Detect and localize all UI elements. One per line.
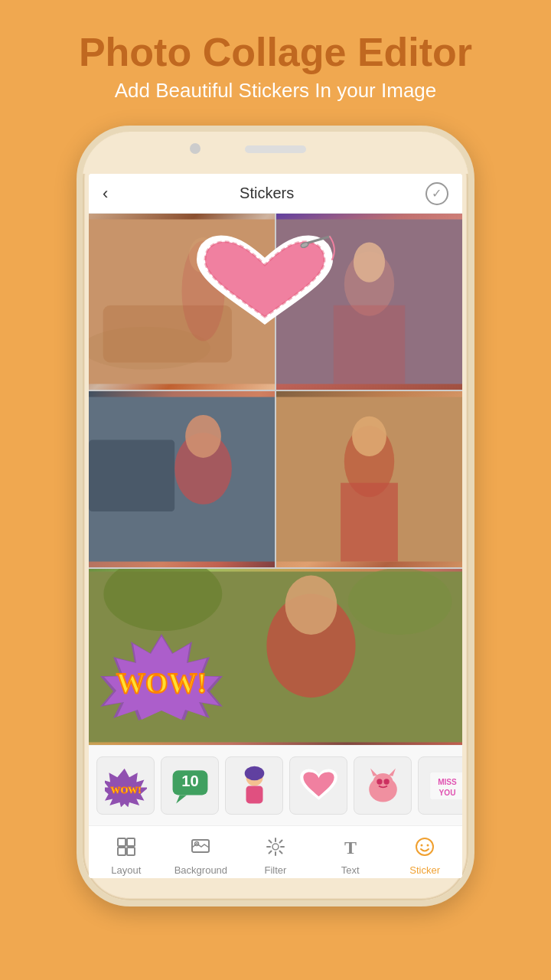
svg-point-24 [348, 569, 452, 635]
svg-rect-9 [334, 305, 405, 384]
bottom-nav: Layout Background [89, 825, 462, 878]
svg-rect-50 [127, 848, 135, 855]
nav-item-filter[interactable]: Filter [245, 837, 306, 876]
phone-volume-up-btn [77, 285, 81, 323]
svg-point-42 [377, 779, 382, 784]
sticker-thumb-wow[interactable]: WOW! [96, 756, 155, 815]
phone-power-btn [470, 323, 474, 377]
phone-wrapper: ‹ Stickers ✓ [0, 126, 551, 906]
collage-area: WOW! WOW! [89, 214, 462, 878]
screen-title: Stickers [240, 185, 294, 202]
svg-point-53 [272, 844, 279, 850]
sticker-thumb-cat[interactable] [354, 756, 412, 815]
phone-screen: ‹ Stickers ✓ [89, 174, 462, 878]
nav-item-layout[interactable]: Layout [96, 837, 157, 876]
sticker-icon [415, 837, 435, 861]
sticker-thumb-girl[interactable] [225, 756, 283, 815]
svg-line-58 [269, 841, 271, 843]
svg-marker-40 [370, 768, 377, 776]
svg-text:10: 10 [181, 772, 198, 789]
svg-point-22 [285, 576, 337, 635]
svg-point-18 [352, 416, 386, 456]
nav-item-sticker[interactable]: Sticker [394, 837, 455, 876]
svg-text:WOW!: WOW! [110, 784, 141, 795]
svg-line-60 [279, 841, 282, 843]
svg-point-63 [416, 838, 433, 855]
sticker-thumb-heart-sew[interactable] [289, 756, 347, 815]
svg-point-43 [383, 779, 389, 784]
svg-point-10 [354, 243, 385, 283]
layout-icon [116, 837, 136, 861]
svg-point-14 [185, 415, 221, 458]
phone-top [83, 132, 468, 174]
svg-rect-49 [118, 848, 126, 855]
filter-label: Filter [265, 864, 287, 876]
sticker-label: Sticker [409, 864, 440, 876]
svg-rect-48 [127, 838, 135, 846]
svg-rect-17 [341, 483, 398, 562]
svg-text:WOW!: WOW! [116, 667, 207, 699]
phone-mockup: ‹ Stickers ✓ [77, 126, 474, 906]
wow-sticker[interactable]: WOW! [96, 630, 227, 722]
photo-cell-3[interactable] [89, 391, 275, 567]
app-title: Photo Collage Editor [0, 31, 551, 74]
nav-item-text[interactable]: T Text [320, 837, 381, 876]
svg-rect-47 [118, 838, 126, 846]
svg-text:MISS: MISS [438, 777, 457, 786]
app-subtitle: Add Beautiful Stickers In your Image [0, 79, 551, 103]
photo-cell-4[interactable] [276, 391, 462, 567]
svg-marker-32 [176, 795, 187, 803]
phone-speaker [245, 145, 306, 153]
svg-text:T: T [344, 838, 357, 857]
svg-point-64 [421, 844, 423, 847]
sticker-row: WOW! 10 [89, 745, 462, 825]
photo-bottom[interactable]: WOW! [89, 569, 462, 745]
sticker-thumb-miss-you[interactable]: MISS YOU [418, 756, 462, 815]
background-icon [191, 837, 210, 861]
background-label: Background [174, 864, 227, 876]
layout-label: Layout [111, 864, 141, 876]
svg-rect-34 [246, 786, 262, 803]
back-button[interactable]: ‹ [103, 184, 108, 204]
svg-rect-12 [89, 440, 174, 511]
sticker-thumb-chat[interactable]: 10 [161, 756, 219, 815]
svg-text:YOU: YOU [439, 789, 455, 797]
top-bar: ‹ Stickers ✓ [89, 174, 462, 214]
svg-marker-41 [388, 768, 395, 776]
header-area: Photo Collage Editor Add Beautiful Stick… [0, 0, 551, 118]
filter-icon [266, 837, 285, 861]
svg-line-59 [279, 851, 282, 854]
svg-line-61 [269, 851, 271, 854]
svg-point-37 [257, 773, 262, 778]
text-label: Text [341, 864, 360, 876]
confirm-button[interactable]: ✓ [425, 182, 448, 205]
heart-sticker[interactable] [188, 233, 341, 332]
text-icon: T [341, 837, 360, 861]
nav-item-background[interactable]: Background [170, 837, 231, 876]
svg-point-65 [427, 844, 429, 847]
phone-camera [190, 143, 201, 154]
phone-volume-down-btn [77, 338, 81, 377]
svg-point-36 [246, 773, 251, 778]
